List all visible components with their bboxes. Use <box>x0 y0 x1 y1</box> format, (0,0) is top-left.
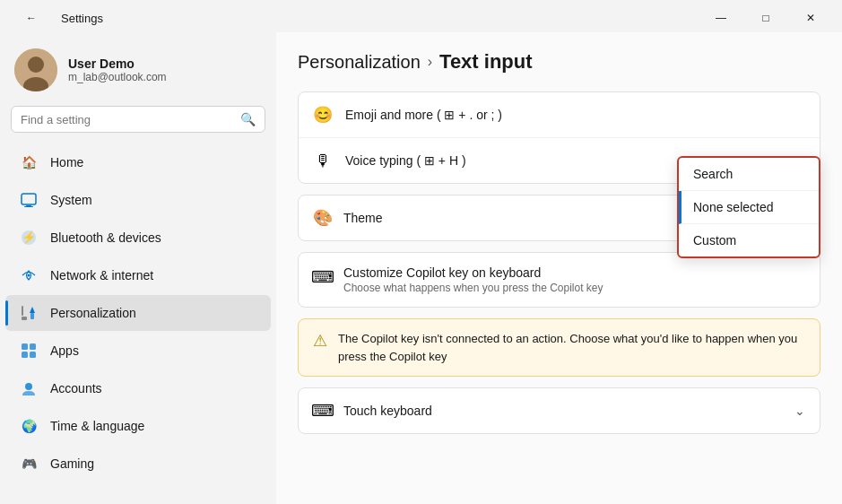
search-box[interactable]: 🔍 <box>11 106 265 133</box>
gaming-icon: 🎮 <box>20 455 38 473</box>
avatar <box>14 48 57 91</box>
app-body: User Demo m_lab@outlook.com 🔍 🏠 Home Sys… <box>0 32 842 504</box>
apps-icon <box>20 342 38 360</box>
svg-rect-12 <box>22 343 28 350</box>
time-icon: 🌍 <box>20 417 38 435</box>
svg-point-16 <box>25 383 32 390</box>
svg-rect-3 <box>22 194 36 204</box>
voice-label: Voice typing ( ⊞ + H ) <box>345 153 466 168</box>
personalization-icon <box>20 304 38 322</box>
user-email: m_lab@outlook.com <box>68 71 167 83</box>
user-name: User Demo <box>68 56 167 71</box>
sidebar-item-accounts[interactable]: Accounts <box>5 370 271 406</box>
breadcrumb-separator: › <box>428 54 432 70</box>
titlebar-controls: — □ ✕ <box>700 5 831 30</box>
sidebar-item-label: Gaming <box>50 456 94 471</box>
warning-banner: ⚠ The Copilot key isn't connected to an … <box>298 318 820 377</box>
touch-keyboard-card: ⌨ Touch keyboard ⌄ <box>298 387 820 434</box>
sidebar-item-apps[interactable]: Apps <box>5 333 271 369</box>
sidebar-item-time[interactable]: 🌍 Time & language <box>5 408 271 444</box>
emoji-icon: 😊 <box>313 105 333 125</box>
theme-icon: 🎨 <box>313 208 333 228</box>
touch-title: Touch keyboard <box>343 404 432 418</box>
dropdown-label-none: None selected <box>693 200 774 214</box>
bluetooth-icon: ⚡ <box>20 229 38 247</box>
home-icon: 🏠 <box>20 153 38 171</box>
svg-point-8 <box>28 274 30 277</box>
touch-chevron-icon: ⌄ <box>794 404 805 418</box>
dropdown-item-custom[interactable]: Custom <box>679 224 819 256</box>
copilot-subtitle: Choose what happens when you press the C… <box>343 282 805 294</box>
touch-section-header[interactable]: ⌨ Touch keyboard ⌄ <box>299 388 820 433</box>
dropdown-item-search[interactable]: Search <box>679 158 819 191</box>
sidebar-item-network[interactable]: Network & internet <box>5 257 271 293</box>
svg-rect-15 <box>30 352 36 358</box>
back-icon: ← <box>26 12 37 24</box>
theme-header-left: 🎨 Theme <box>313 208 383 228</box>
copilot-title: Customize Copilot key on keyboard <box>343 265 805 280</box>
back-button[interactable]: ← <box>11 5 52 30</box>
copilot-card: ⌨ Customize Copilot key on keyboard Choo… <box>298 252 820 308</box>
sidebar-item-personalization[interactable]: Personalization <box>5 295 271 331</box>
titlebar-left: ← Settings <box>11 5 103 30</box>
sidebar-item-label: Apps <box>50 343 79 358</box>
maximize-icon: □ <box>762 12 768 24</box>
theme-title: Theme <box>343 211 383 225</box>
accounts-icon <box>20 379 38 397</box>
page-header: Personalization › Text input <box>298 50 820 74</box>
search-input[interactable] <box>21 113 233 126</box>
sidebar-item-bluetooth[interactable]: ⚡ Bluetooth & devices <box>5 220 271 256</box>
dropdown-popup: Search None selected Custom <box>677 156 820 258</box>
svg-rect-13 <box>30 343 36 350</box>
copilot-content: ⌨ Customize Copilot key on keyboard Choo… <box>299 253 820 307</box>
dropdown-label-custom: Custom <box>693 233 736 248</box>
svg-rect-9 <box>22 317 27 320</box>
close-icon: ✕ <box>806 12 815 24</box>
svg-rect-11 <box>30 313 34 319</box>
sidebar-item-system[interactable]: System <box>5 182 271 218</box>
close-button[interactable]: ✕ <box>790 5 831 30</box>
sidebar-item-gaming[interactable]: 🎮 Gaming <box>5 446 271 482</box>
svg-rect-10 <box>22 306 23 316</box>
svg-text:⚡: ⚡ <box>22 230 37 245</box>
emoji-row[interactable]: 😊 Emoji and more ( ⊞ + . or ; ) <box>299 92 820 138</box>
sidebar-item-label: Home <box>50 155 83 169</box>
touch-header-left: ⌨ Touch keyboard <box>313 401 432 421</box>
voice-icon: 🎙 <box>313 151 333 170</box>
main-content: Personalization › Text input 😊 Emoji and… <box>276 32 842 504</box>
maximize-button[interactable]: □ <box>745 5 786 30</box>
sidebar: User Demo m_lab@outlook.com 🔍 🏠 Home Sys… <box>0 32 276 504</box>
svg-rect-14 <box>22 352 28 358</box>
touch-icon: ⌨ <box>313 401 333 421</box>
dropdown-label-search: Search <box>693 167 733 181</box>
user-info: User Demo m_lab@outlook.com <box>68 56 167 83</box>
sidebar-item-label: Network & internet <box>50 268 153 282</box>
svg-point-1 <box>28 56 44 73</box>
keyboard-icon: ⌨ <box>313 267 333 287</box>
svg-rect-5 <box>24 206 33 207</box>
breadcrumb-parent[interactable]: Personalization <box>298 52 421 73</box>
app-title: Settings <box>61 12 103 25</box>
sidebar-item-label: Personalization <box>50 306 136 320</box>
titlebar: ← Settings — □ ✕ <box>0 0 842 32</box>
dropdown-item-none[interactable]: None selected <box>679 191 819 224</box>
sidebar-item-home[interactable]: 🏠 Home <box>5 144 271 180</box>
copilot-texts: Customize Copilot key on keyboard Choose… <box>343 265 805 294</box>
warning-icon: ⚠ <box>313 331 327 351</box>
user-profile[interactable]: User Demo m_lab@outlook.com <box>0 39 276 106</box>
emoji-label: Emoji and more ( ⊞ + . or ; ) <box>345 108 502 122</box>
page-title: Text input <box>439 50 532 74</box>
sidebar-item-label: Accounts <box>50 381 102 395</box>
sidebar-item-label: System <box>50 193 92 207</box>
minimize-icon: — <box>716 12 726 24</box>
minimize-button[interactable]: — <box>700 5 742 30</box>
sidebar-item-label: Bluetooth & devices <box>50 230 161 245</box>
warning-text: The Copilot key isn't connected to an ac… <box>338 330 805 365</box>
network-icon <box>20 266 38 284</box>
search-icon: 🔍 <box>240 112 256 126</box>
sidebar-item-label: Time & language <box>50 419 144 433</box>
system-icon <box>20 191 38 209</box>
